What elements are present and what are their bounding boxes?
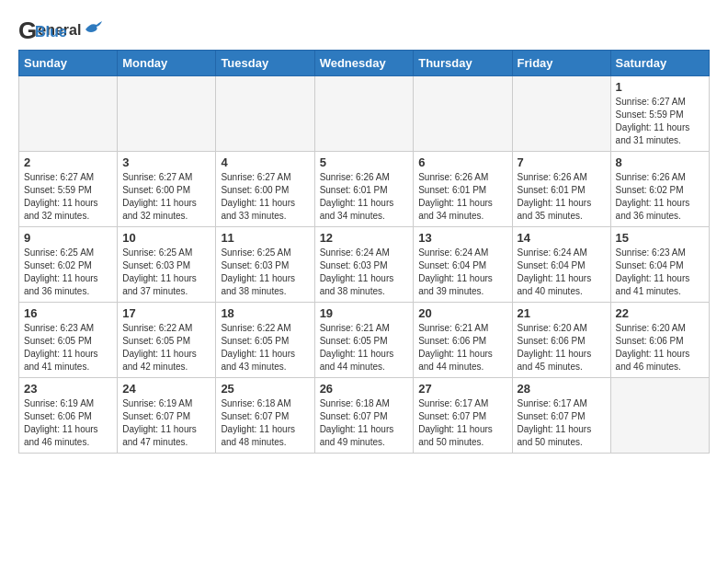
day-number: 21	[518, 306, 606, 320]
day-info: Sunrise: 6:24 AM Sunset: 6:04 PM Dayligh…	[518, 247, 606, 298]
day-number: 3	[122, 155, 210, 169]
day-info: Sunrise: 6:20 AM Sunset: 6:06 PM Dayligh…	[518, 322, 606, 373]
day-info: Sunrise: 6:17 AM Sunset: 6:07 PM Dayligh…	[518, 397, 606, 449]
day-info: Sunrise: 6:26 AM Sunset: 6:01 PM Dayligh…	[518, 171, 606, 223]
calendar-cell: 21Sunrise: 6:20 AM Sunset: 6:06 PM Dayli…	[512, 303, 610, 378]
day-info: Sunrise: 6:17 AM Sunset: 6:07 PM Dayligh…	[418, 397, 506, 449]
calendar-week-5: 23Sunrise: 6:19 AM Sunset: 6:06 PM Dayli…	[19, 378, 710, 454]
day-number: 11	[221, 231, 309, 245]
day-info: Sunrise: 6:25 AM Sunset: 6:03 PM Dayligh…	[221, 247, 309, 298]
page-header: G eneral Blue	[18, 18, 710, 40]
day-info: Sunrise: 6:27 AM Sunset: 5:59 PM Dayligh…	[24, 171, 112, 223]
calendar-cell: 6Sunrise: 6:26 AM Sunset: 6:01 PM Daylig…	[414, 152, 512, 227]
day-info: Sunrise: 6:21 AM Sunset: 6:05 PM Dayligh…	[320, 322, 409, 373]
calendar-table: SundayMondayTuesdayWednesdayThursdayFrid…	[18, 50, 710, 454]
calendar-cell: 4Sunrise: 6:27 AM Sunset: 6:00 PM Daylig…	[216, 152, 314, 227]
calendar-cell: 10Sunrise: 6:25 AM Sunset: 6:03 PM Dayli…	[118, 227, 216, 303]
day-info: Sunrise: 6:26 AM Sunset: 6:01 PM Dayligh…	[418, 171, 506, 223]
calendar-cell	[314, 76, 414, 152]
day-info: Sunrise: 6:21 AM Sunset: 6:06 PM Dayligh…	[418, 322, 506, 373]
day-info: Sunrise: 6:27 AM Sunset: 6:00 PM Dayligh…	[122, 171, 210, 223]
logo-blue-label: Blue	[35, 24, 67, 40]
day-number: 5	[320, 155, 409, 169]
day-number: 25	[221, 382, 309, 396]
col-header-sunday: Sunday	[19, 51, 118, 76]
col-header-tuesday: Tuesday	[216, 51, 314, 76]
day-number: 17	[122, 306, 210, 320]
day-number: 23	[24, 382, 112, 396]
day-number: 28	[518, 382, 606, 396]
day-number: 20	[418, 306, 506, 320]
calendar-week-3: 9Sunrise: 6:25 AM Sunset: 6:02 PM Daylig…	[19, 227, 710, 303]
calendar-cell	[19, 76, 118, 152]
calendar-cell: 27Sunrise: 6:17 AM Sunset: 6:07 PM Dayli…	[414, 378, 512, 454]
day-number: 24	[122, 382, 210, 396]
calendar-header-row: SundayMondayTuesdayWednesdayThursdayFrid…	[19, 51, 710, 76]
logo-bird-icon	[84, 20, 104, 37]
calendar-cell: 2Sunrise: 6:27 AM Sunset: 5:59 PM Daylig…	[19, 152, 118, 227]
day-info: Sunrise: 6:22 AM Sunset: 6:05 PM Dayligh…	[221, 322, 309, 373]
day-info: Sunrise: 6:19 AM Sunset: 6:07 PM Dayligh…	[122, 397, 210, 449]
col-header-monday: Monday	[118, 51, 216, 76]
day-info: Sunrise: 6:24 AM Sunset: 6:03 PM Dayligh…	[320, 247, 409, 298]
day-info: Sunrise: 6:25 AM Sunset: 6:02 PM Dayligh…	[24, 247, 112, 298]
day-number: 9	[24, 231, 112, 245]
calendar-cell: 15Sunrise: 6:23 AM Sunset: 6:04 PM Dayli…	[610, 227, 709, 303]
calendar-cell: 11Sunrise: 6:25 AM Sunset: 6:03 PM Dayli…	[216, 227, 314, 303]
calendar-cell	[610, 378, 709, 454]
calendar-cell: 1Sunrise: 6:27 AM Sunset: 5:59 PM Daylig…	[610, 76, 709, 152]
day-number: 16	[24, 306, 112, 320]
day-number: 4	[221, 155, 309, 169]
calendar-cell: 23Sunrise: 6:19 AM Sunset: 6:06 PM Dayli…	[19, 378, 118, 454]
calendar-cell: 18Sunrise: 6:22 AM Sunset: 6:05 PM Dayli…	[216, 303, 314, 378]
calendar-cell: 14Sunrise: 6:24 AM Sunset: 6:04 PM Dayli…	[512, 227, 610, 303]
day-info: Sunrise: 6:26 AM Sunset: 6:01 PM Dayligh…	[320, 171, 409, 223]
col-header-thursday: Thursday	[414, 51, 512, 76]
calendar-cell: 7Sunrise: 6:26 AM Sunset: 6:01 PM Daylig…	[512, 152, 610, 227]
calendar-cell	[512, 76, 610, 152]
calendar-cell	[414, 76, 512, 152]
calendar-cell: 8Sunrise: 6:26 AM Sunset: 6:02 PM Daylig…	[610, 152, 709, 227]
day-number: 19	[320, 306, 409, 320]
day-info: Sunrise: 6:24 AM Sunset: 6:04 PM Dayligh…	[418, 247, 506, 298]
calendar-cell: 19Sunrise: 6:21 AM Sunset: 6:05 PM Dayli…	[314, 303, 414, 378]
calendar-cell: 25Sunrise: 6:18 AM Sunset: 6:07 PM Dayli…	[216, 378, 314, 454]
day-info: Sunrise: 6:22 AM Sunset: 6:05 PM Dayligh…	[122, 322, 210, 373]
col-header-friday: Friday	[512, 51, 610, 76]
day-number: 27	[418, 382, 506, 396]
calendar-cell: 3Sunrise: 6:27 AM Sunset: 6:00 PM Daylig…	[118, 152, 216, 227]
day-number: 8	[616, 155, 704, 169]
day-info: Sunrise: 6:23 AM Sunset: 6:04 PM Dayligh…	[616, 247, 704, 298]
day-info: Sunrise: 6:20 AM Sunset: 6:06 PM Dayligh…	[616, 322, 704, 373]
calendar-cell: 5Sunrise: 6:26 AM Sunset: 6:01 PM Daylig…	[314, 152, 414, 227]
calendar-cell	[216, 76, 314, 152]
day-number: 18	[221, 306, 309, 320]
day-number: 26	[320, 382, 409, 396]
calendar-cell: 13Sunrise: 6:24 AM Sunset: 6:04 PM Dayli…	[414, 227, 512, 303]
calendar-week-2: 2Sunrise: 6:27 AM Sunset: 5:59 PM Daylig…	[19, 152, 710, 227]
day-info: Sunrise: 6:23 AM Sunset: 6:05 PM Dayligh…	[24, 322, 112, 373]
day-number: 2	[24, 155, 112, 169]
calendar-cell: 17Sunrise: 6:22 AM Sunset: 6:05 PM Dayli…	[118, 303, 216, 378]
calendar-cell: 22Sunrise: 6:20 AM Sunset: 6:06 PM Dayli…	[610, 303, 709, 378]
calendar-cell: 26Sunrise: 6:18 AM Sunset: 6:07 PM Dayli…	[314, 378, 414, 454]
day-info: Sunrise: 6:27 AM Sunset: 5:59 PM Dayligh…	[616, 96, 704, 147]
day-info: Sunrise: 6:26 AM Sunset: 6:02 PM Dayligh…	[616, 171, 704, 223]
day-number: 13	[418, 231, 506, 245]
calendar-cell: 9Sunrise: 6:25 AM Sunset: 6:02 PM Daylig…	[19, 227, 118, 303]
calendar-week-4: 16Sunrise: 6:23 AM Sunset: 6:05 PM Dayli…	[19, 303, 710, 378]
day-info: Sunrise: 6:18 AM Sunset: 6:07 PM Dayligh…	[221, 397, 309, 449]
calendar-week-1: 1Sunrise: 6:27 AM Sunset: 5:59 PM Daylig…	[19, 76, 710, 152]
day-info: Sunrise: 6:19 AM Sunset: 6:06 PM Dayligh…	[24, 397, 112, 449]
day-info: Sunrise: 6:27 AM Sunset: 6:00 PM Dayligh…	[221, 171, 309, 223]
day-number: 6	[418, 155, 506, 169]
day-number: 15	[616, 231, 704, 245]
day-info: Sunrise: 6:18 AM Sunset: 6:07 PM Dayligh…	[320, 397, 409, 449]
col-header-saturday: Saturday	[610, 51, 709, 76]
day-number: 12	[320, 231, 409, 245]
calendar-cell	[118, 76, 216, 152]
col-header-wednesday: Wednesday	[314, 51, 414, 76]
day-number: 10	[122, 231, 210, 245]
calendar-cell: 16Sunrise: 6:23 AM Sunset: 6:05 PM Dayli…	[19, 303, 118, 378]
day-number: 1	[616, 80, 704, 94]
